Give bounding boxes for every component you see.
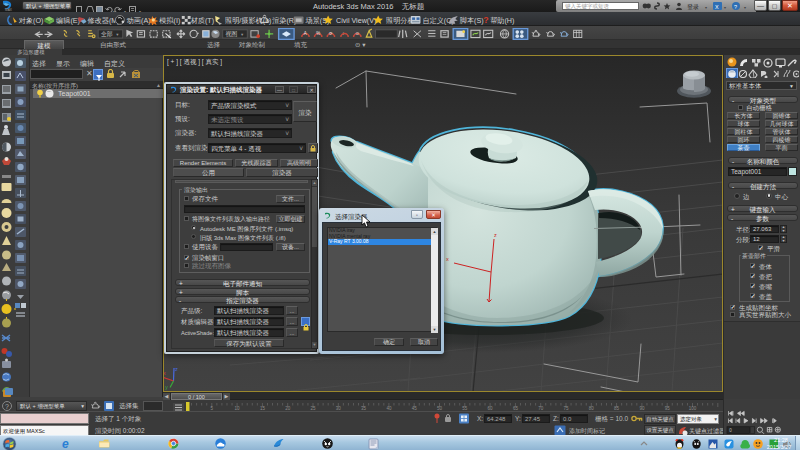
svg-text:渲染(R): 渲染(R) bbox=[272, 15, 296, 24]
svg-text:z: z bbox=[175, 366, 178, 372]
svg-text:对象(O): 对象(O) bbox=[19, 16, 44, 24]
svg-text:▾: ▾ bbox=[744, 5, 746, 10]
svg-text:模拟(I): 模拟(I) bbox=[159, 15, 180, 24]
svg-text:x: x bbox=[446, 256, 449, 262]
svg-text:⊙: ⊙ bbox=[355, 31, 359, 36]
svg-text:y: y bbox=[165, 384, 168, 390]
svg-text:?: ? bbox=[734, 4, 737, 10]
svg-text:视图: 视图 bbox=[225, 30, 237, 38]
svg-text:修改器(M): 修改器(M) bbox=[88, 15, 120, 24]
svg-text:脚本(S): 脚本(S) bbox=[459, 15, 484, 24]
svg-text:▾: ▾ bbox=[724, 5, 726, 10]
svg-text:▾: ▾ bbox=[705, 5, 707, 10]
svg-text:z: z bbox=[494, 232, 497, 238]
svg-text:材质(T): 材质(T) bbox=[191, 16, 214, 24]
svg-text:Civil View(V): Civil View(V) bbox=[336, 16, 376, 24]
svg-text:全部: 全部 bbox=[101, 30, 113, 38]
svg-text::: : bbox=[343, 31, 344, 36]
svg-text:动画(A): 动画(A) bbox=[127, 16, 151, 24]
svg-text:X: X bbox=[715, 4, 719, 10]
svg-text:?: ? bbox=[483, 15, 488, 25]
svg-text:[ + ] [ 透视 ] [ 真实 ]: [ + ] [ 透视 ] [ 真实 ] bbox=[167, 58, 222, 66]
svg-text:帮助(H): 帮助(H) bbox=[490, 15, 514, 24]
svg-text:照明分析: 照明分析 bbox=[386, 15, 415, 24]
svg-text:编辑(E): 编辑(E) bbox=[56, 16, 80, 24]
svg-text:x: x bbox=[164, 370, 166, 376]
svg-text:登录: 登录 bbox=[687, 3, 699, 11]
svg-text:e: e bbox=[62, 437, 69, 450]
svg-text:%: % bbox=[316, 31, 320, 36]
svg-text:⟳: ⟳ bbox=[329, 31, 333, 36]
